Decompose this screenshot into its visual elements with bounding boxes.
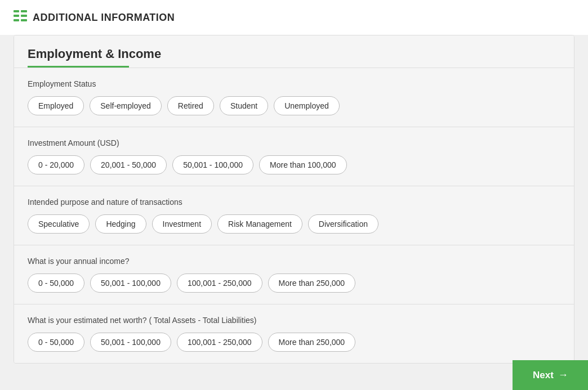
svg-rect-2 <box>14 19 19 21</box>
pill-50001-100000[interactable]: 50,001 - 100,000 <box>172 155 253 174</box>
svg-rect-0 <box>14 10 19 12</box>
pill-risk-management[interactable]: Risk Management <box>217 214 302 234</box>
card-header: Employment & Income <box>14 35 574 68</box>
page-footer: Next → <box>513 360 588 390</box>
pill-income-100001-250000[interactable]: 100,001 - 250,000 <box>177 274 262 293</box>
employment-status-label: Employment Status <box>28 79 560 88</box>
card-title: Employment & Income <box>28 47 560 61</box>
svg-rect-5 <box>21 19 27 21</box>
employment-status-section: Employment Status Employed Self-employed… <box>14 68 574 127</box>
page-header: ADDITIONAL INFORMATION <box>0 0 588 35</box>
menu-icon <box>14 10 27 25</box>
pill-income-0-50000[interactable]: 0 - 50,000 <box>28 274 84 293</box>
svg-rect-3 <box>21 10 27 12</box>
main-card: Employment & Income Employment Status Em… <box>14 35 574 364</box>
svg-rect-1 <box>14 15 19 17</box>
pill-income-50001-100000[interactable]: 50,001 - 100,000 <box>90 274 171 293</box>
next-arrow-icon: → <box>558 369 568 381</box>
pill-retired[interactable]: Retired <box>167 96 214 115</box>
next-label: Next <box>533 370 554 381</box>
page-wrapper: ADDITIONAL INFORMATION Employment & Inco… <box>0 0 588 364</box>
annual-income-label: What is your annual income? <box>28 257 560 266</box>
pill-self-employed[interactable]: Self-employed <box>90 96 162 115</box>
pill-hedging[interactable]: Hedging <box>95 214 146 234</box>
pill-employed[interactable]: Employed <box>28 96 84 115</box>
investment-amount-label: Investment Amount (USD) <box>28 138 560 147</box>
intended-purpose-label: Intended purpose and nature of transacti… <box>28 198 560 207</box>
next-button[interactable]: Next → <box>513 360 588 390</box>
pill-worth-more-250000[interactable]: More than 250,000 <box>268 333 356 352</box>
pill-student[interactable]: Student <box>220 96 268 115</box>
pill-investment[interactable]: Investment <box>152 214 212 234</box>
intended-purpose-section: Intended purpose and nature of transacti… <box>14 186 574 245</box>
pill-worth-0-50000[interactable]: 0 - 50,000 <box>28 333 84 352</box>
net-worth-label: What is your estimated net worth? ( Tota… <box>28 316 560 325</box>
annual-income-section: What is your annual income? 0 - 50,000 5… <box>14 245 574 304</box>
net-worth-pills: 0 - 50,000 50,001 - 100,000 100,001 - 25… <box>28 333 560 352</box>
page-title: ADDITIONAL INFORMATION <box>33 12 175 24</box>
pill-more-100000[interactable]: More than 100,000 <box>259 155 347 174</box>
investment-amount-pills: 0 - 20,000 20,001 - 50,000 50,001 - 100,… <box>28 155 560 174</box>
pill-income-more-250000[interactable]: More than 250,000 <box>268 274 356 293</box>
intended-purpose-pills: Speculative Hedging Investment Risk Mana… <box>28 214 560 234</box>
pill-20001-50000[interactable]: 20,001 - 50,000 <box>90 155 167 174</box>
net-worth-section: What is your estimated net worth? ( Tota… <box>14 304 574 363</box>
pill-0-20000[interactable]: 0 - 20,000 <box>28 155 84 174</box>
annual-income-pills: 0 - 50,000 50,001 - 100,000 100,001 - 25… <box>28 274 560 293</box>
pill-worth-50001-100000[interactable]: 50,001 - 100,000 <box>90 333 171 352</box>
investment-amount-section: Investment Amount (USD) 0 - 20,000 20,00… <box>14 127 574 186</box>
svg-rect-4 <box>21 15 27 17</box>
pill-unemployed[interactable]: Unemployed <box>274 96 340 115</box>
pill-diversification[interactable]: Diversification <box>308 214 378 234</box>
pill-speculative[interactable]: Speculative <box>28 214 90 234</box>
pill-worth-100001-250000[interactable]: 100,001 - 250,000 <box>177 333 262 352</box>
employment-status-pills: Employed Self-employed Retired Student U… <box>28 96 560 115</box>
